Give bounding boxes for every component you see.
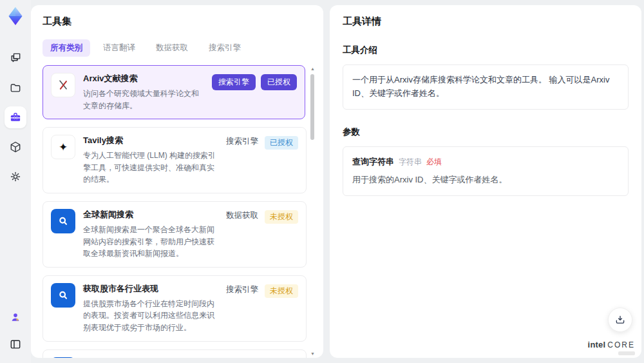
app-logo-icon[interactable] (6, 6, 24, 26)
toolbox-icon (9, 111, 22, 124)
scroll-down-icon[interactable]: ▼ (310, 351, 316, 357)
intel-core-sub-badge (618, 351, 635, 355)
tab-search-engine[interactable]: 搜索引擎 (201, 39, 249, 57)
status-badge: 已授权 (265, 136, 298, 150)
tool-card-arxiv[interactable]: Arxiv文献搜索 访问各个研究领域大量科学论文和文章的存储库。 搜索引擎 已授… (43, 65, 305, 119)
tab-all-categories[interactable]: 所有类别 (43, 39, 90, 57)
status-badge: 未授权 (265, 284, 298, 298)
category-tabs: 所有类别 语言翻译 数据获取 搜索引擎 (43, 39, 316, 57)
category-tag-button[interactable]: 搜索引擎 (212, 74, 256, 90)
tool-card-stock-sectors[interactable]: 获取股市各行业表现 提供股票市场各个行业在特定时间段内的表现。投资者可以利用这些… (43, 275, 307, 342)
tool-description: 全球新闻搜索是一个聚合全球各大新闻网站内容的搜索引擎，帮助用户快速获取全球最新资… (83, 224, 218, 260)
gear-icon (9, 170, 22, 183)
tool-description: 提供股票市场各个行业在特定时间段内的表现。投资者可以利用这些信息来识别表现优于或… (83, 298, 218, 334)
page-title: 工具集 (43, 15, 316, 28)
scrollbar-thumb[interactable] (310, 74, 314, 140)
param-box: 查询字符串 字符串 必填 用于搜索的Arxiv ID、关键字或作者姓名。 (343, 146, 629, 197)
sidebar-item-tools[interactable] (5, 106, 26, 128)
sidebar (0, 0, 31, 363)
news-search-logo-icon (51, 209, 75, 233)
sidebar-item-settings[interactable] (5, 166, 26, 188)
tool-description: 访问各个研究领域大量科学论文和文章的存储库。 (83, 88, 204, 112)
tool-name: 获取股市各行业表现 (83, 283, 218, 295)
intel-wordmark: intel (588, 340, 606, 349)
param-type: 字符串 (399, 156, 422, 168)
category-label: 数据获取 (226, 210, 258, 221)
download-icon (614, 314, 626, 326)
main-content: 工具集 所有类别 语言翻译 数据获取 搜索引擎 A (31, 5, 641, 358)
sidebar-nav (0, 47, 31, 188)
scroll-up-icon[interactable]: ▲ (310, 66, 316, 72)
arxiv-logo-icon (51, 73, 75, 97)
news-search-logo-icon (51, 283, 75, 308)
user-avatar[interactable] (5, 306, 26, 328)
tab-language-translation[interactable]: 语言翻译 (95, 39, 143, 57)
intel-core-logo: intelCORE (588, 338, 635, 355)
authorized-badge-button[interactable]: 已授权 (261, 74, 297, 90)
category-label: 搜索引擎 (226, 136, 258, 147)
news-search-logo-icon (51, 357, 75, 358)
download-button[interactable] (608, 308, 632, 332)
tool-card-global-news[interactable]: 全球新闻搜索 全球新闻搜索是一个聚合全球各大新闻网站内容的搜索引擎，帮助用户快速… (43, 201, 307, 268)
sidebar-item-files[interactable] (5, 77, 26, 99)
collapse-sidebar-button[interactable] (5, 333, 26, 355)
app-window: 工具集 所有类别 语言翻译 数据获取 搜索引擎 A (0, 0, 644, 363)
category-label: 搜索引擎 (226, 284, 258, 295)
tool-name: Tavily搜索 (83, 135, 218, 146)
param-required-flag: 必填 (426, 156, 442, 168)
param-description: 用于搜索的Arxiv ID、关键字或作者姓名。 (352, 173, 619, 187)
intro-heading: 工具介绍 (343, 44, 629, 56)
sidebar-item-packages[interactable] (5, 136, 26, 158)
tool-list: Arxiv文献搜索 访问各个研究领域大量科学论文和文章的存储库。 搜索引擎 已授… (43, 65, 316, 358)
scrollbar: ▲ ▼ (310, 65, 316, 358)
panel-layout-icon (9, 338, 22, 351)
tool-card-tavily[interactable]: ✦ Tavily搜索 专为人工智能代理 (LLM) 构建的搜索引擎工具，可快速提… (43, 127, 307, 193)
tool-list-panel: 工具集 所有类别 语言翻译 数据获取 搜索引擎 A (31, 5, 323, 358)
tavily-logo-icon: ✦ (51, 135, 75, 159)
tool-description: 专为人工智能代理 (LLM) 构建的搜索引擎工具，可快速提供实时、准确和真实的结… (83, 150, 218, 186)
tool-details-panel: 工具详情 工具介绍 一个用于从Arxiv存储库搜索科学论文和文章的工具。 输入可… (330, 5, 641, 358)
folder-icon (9, 81, 22, 94)
tool-card-active-stocks[interactable]: 获取市场最活跃股票信息 提供当天交易量最高的股票列表。投资者可以利用这些信息来识… (43, 349, 307, 358)
params-heading: 参数 (343, 126, 629, 138)
status-badge: 未授权 (265, 210, 298, 224)
param-name: 查询字符串 (352, 155, 394, 169)
sidebar-bottom (0, 306, 31, 355)
chat-icon (9, 52, 22, 64)
details-title: 工具详情 (343, 15, 629, 28)
tab-data-fetch[interactable]: 数据获取 (148, 39, 196, 57)
user-icon (9, 311, 22, 324)
tool-name: Arxiv文献搜索 (83, 73, 204, 84)
cube-icon (9, 141, 22, 153)
tool-name: 获取市场最活跃股票信息 (83, 357, 218, 358)
tool-name: 全球新闻搜索 (83, 209, 218, 221)
intro-box: 一个用于从Arxiv存储库搜索科学论文和文章的工具。 输入可以是Arxiv ID… (343, 64, 629, 110)
core-wordmark: CORE (607, 340, 635, 349)
sidebar-item-chat[interactable] (5, 47, 26, 69)
